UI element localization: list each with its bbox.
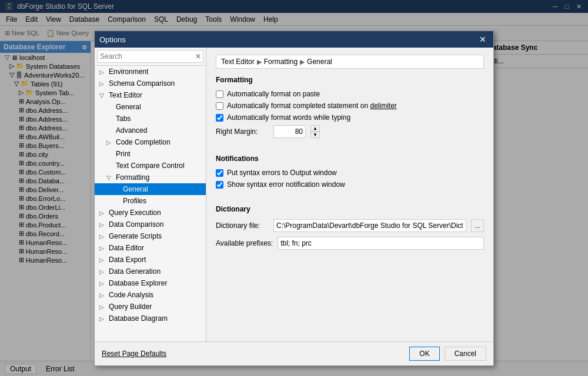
nav-general-formatting[interactable]: General (95, 183, 206, 195)
footer-right: OK Cancel (409, 347, 486, 361)
dict-browse-button[interactable]: ... (471, 219, 484, 232)
auto-format-paste-checkbox[interactable] (216, 90, 223, 98)
nav-dbexp-label: Database Explorer (109, 279, 167, 287)
cancel-button[interactable]: Cancel (445, 347, 486, 361)
reset-page-defaults-button[interactable]: Reset Page Defaults (102, 350, 166, 358)
formatting-section-title: Formatting (216, 76, 484, 85)
search-input[interactable] (97, 50, 203, 63)
nav-formatting-label: Formatting (116, 173, 149, 182)
nav-general-formatting-label: General (123, 185, 148, 193)
ok-button[interactable]: OK (409, 347, 439, 361)
de-arrow-icon: ▷ (99, 245, 106, 251)
search-clear-icon[interactable]: ✕ (195, 52, 201, 61)
divider1 (216, 144, 484, 149)
dialog-titlebar: Options ✕ (95, 31, 493, 48)
nav-data-comparison[interactable]: ▷ Data Comparison (95, 219, 206, 230)
auto-format-statement-label: Automatically format completed statement… (227, 102, 397, 110)
syntax-errors-label: Put syntax errors to Output window (227, 169, 337, 177)
nav-ca-label: Code Analysis (109, 291, 153, 299)
nav-general[interactable]: General (95, 101, 206, 113)
nav-formatting[interactable]: ▽ Formatting (95, 172, 206, 183)
ca-arrow-icon: ▷ (99, 292, 106, 298)
auto-format-statement-checkbox[interactable] (216, 102, 223, 110)
breadcrumb-sep2: ▶ (300, 58, 305, 66)
schema-arrow-icon: ▷ (99, 80, 106, 87)
nav-print-label: Print (116, 150, 131, 158)
modal-overlay: Options ✕ ✕ ▷ Environment (0, 0, 588, 376)
available-prefixes-row: Available prefixes: (216, 237, 484, 250)
tabs-arrow-icon (106, 116, 113, 122)
advanced-arrow-icon (106, 127, 113, 134)
qe-arrow-icon: ▷ (99, 210, 106, 216)
nav-print[interactable]: Print (95, 148, 206, 160)
dc-arrow-icon: ▷ (99, 221, 106, 228)
auto-format-words-row: Automatically format words while typing (216, 113, 484, 122)
nav-profiles[interactable]: Profiles (95, 195, 206, 207)
nav-query-execution[interactable]: ▷ Query Execution (95, 207, 206, 219)
nav-database-explorer[interactable]: ▷ Database Explorer (95, 277, 206, 289)
prefixes-input[interactable] (278, 237, 484, 250)
nav-gs-label: Generate Scripts (109, 232, 162, 240)
dict-file-input[interactable] (273, 219, 466, 232)
general-arrow-icon (106, 104, 113, 110)
nav-code-completion-label: Code Completion (116, 138, 171, 146)
footer-left: Reset Page Defaults (102, 350, 166, 358)
nav-tabs-label: Tabs (116, 115, 131, 123)
dictionary-section-title: Dictionary (216, 205, 484, 214)
nav-environment[interactable]: ▷ Environment (95, 66, 206, 78)
nav-tcc-label: Text Compare Control (116, 162, 185, 170)
delimiter-text: delimiter (370, 102, 396, 110)
nav-qb-label: Query Builder (109, 303, 152, 311)
right-margin-input[interactable] (273, 125, 306, 138)
nav-dg-label: Data Generation (109, 267, 161, 276)
nav-qe-label: Query Execution (109, 209, 161, 217)
syntax-notification-checkbox[interactable] (216, 181, 223, 189)
dialog-title: Options (99, 35, 126, 44)
nav-text-compare-control[interactable]: Text Compare Control (95, 160, 206, 172)
spin-down-button[interactable]: ▼ (310, 132, 320, 138)
right-margin-spinner: ▲ ▼ (310, 125, 320, 138)
nav-text-editor[interactable]: ▽ Text Editor (95, 89, 206, 101)
auto-format-paste-row: Automatically format on paste (216, 90, 484, 98)
prefixes-label: Available prefixes: (216, 239, 273, 247)
nav-profiles-label: Profiles (123, 197, 146, 205)
nav-generate-scripts[interactable]: ▷ Generate Scripts (95, 230, 206, 242)
nav-tree: ▷ Environment ▷ Schema Comparison ▽ Text… (95, 66, 206, 341)
nav-query-builder[interactable]: ▷ Query Builder (95, 301, 206, 313)
nav-data-export[interactable]: ▷ Data Export (95, 254, 206, 266)
nav-advanced[interactable]: Advanced (95, 125, 206, 136)
env-arrow-icon: ▷ (99, 69, 106, 75)
dg-arrow-icon: ▷ (99, 268, 106, 275)
spin-up-button[interactable]: ▲ (310, 125, 320, 132)
nav-schema-comparison[interactable]: ▷ Schema Comparison (95, 78, 206, 89)
right-margin-label: Right Margin: (216, 127, 269, 136)
dict-file-row: Dictionary file: ... (216, 219, 484, 232)
auto-format-words-checkbox[interactable] (216, 114, 223, 122)
search-container: ✕ (95, 48, 206, 66)
nav-advanced-label: Advanced (116, 126, 147, 135)
gs-arrow-icon: ▷ (99, 233, 106, 240)
dialog-content-panel: Text Editor ▶ Formatting ▶ General Forma… (206, 48, 493, 341)
dbexp-arrow-icon: ▷ (99, 280, 106, 287)
code-completion-arrow-icon: ▷ (106, 139, 113, 146)
dict-file-label: Dictionary file: (216, 221, 269, 230)
qb-arrow-icon: ▷ (99, 304, 106, 310)
nav-text-editor-label: Text Editor (109, 91, 142, 99)
text-editor-arrow-icon: ▽ (99, 92, 106, 99)
syntax-errors-checkbox[interactable] (216, 169, 223, 177)
nav-database-diagram[interactable]: ▷ Database Diagram (95, 313, 206, 324)
nav-tabs[interactable]: Tabs (95, 113, 206, 125)
dialog-close-button[interactable]: ✕ (477, 33, 489, 45)
dialog-nav-panel: ✕ ▷ Environment ▷ Schema Comparison ▽ Te… (95, 48, 206, 341)
nav-code-analysis[interactable]: ▷ Code Analysis (95, 289, 206, 301)
formatting-section: Formatting Automatically format on paste… (216, 76, 484, 138)
print-arrow-icon (106, 151, 113, 157)
nav-code-completion[interactable]: ▷ Code Completion (95, 136, 206, 148)
nav-de-label: Data Editor (109, 244, 144, 252)
nav-data-generation[interactable]: ▷ Data Generation (95, 266, 206, 277)
breadcrumb-text-editor: Text Editor (221, 58, 255, 66)
profiles-arrow-icon (113, 198, 121, 204)
gen-fmt-arrow-icon (113, 186, 121, 193)
auto-format-paste-label: Automatically format on paste (227, 90, 320, 98)
nav-data-editor[interactable]: ▷ Data Editor (95, 242, 206, 254)
